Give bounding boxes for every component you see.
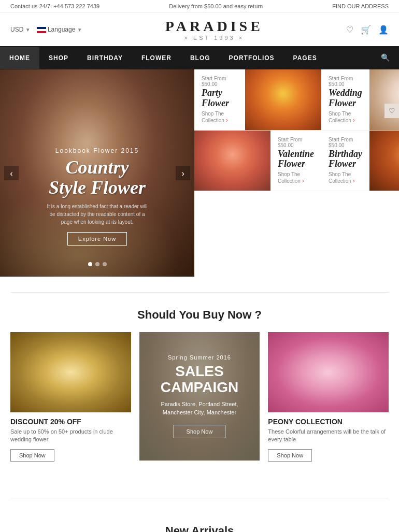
new-arrivals-title: New Arrivals [10, 524, 389, 532]
discount-shop-button[interactable]: Shop Now [10, 449, 54, 462]
hero-title: CountryStyle Flower [10, 157, 184, 198]
wishlist-side-button[interactable]: ♡ [384, 104, 399, 118]
new-arrivals-section: New Arrivals It uses a dictionary of ove… [0, 514, 399, 532]
birthday-name: BirthdayFlower [329, 149, 362, 170]
party-flower-image [245, 69, 321, 131]
campaign-overlay: Spring Summer 2016 SALESCAMPAIGN Paradis… [139, 332, 260, 461]
party-price: Start From $50.00 [202, 76, 238, 87]
valentine-flower-image [194, 131, 270, 192]
hero-card-wedding-text: Start From $50.00 WeddingFlower Shop The… [321, 69, 369, 131]
hero-subtitle: Lookbook Flower 2015 [10, 147, 184, 154]
wedding-name: WeddingFlower [329, 88, 362, 109]
peony-shop-button[interactable]: Shop Now [268, 449, 312, 462]
hero-description: It is a long established fact that a rea… [46, 203, 149, 226]
hero-section: ‹ Lookbook Flower 2015 CountryStyle Flow… [0, 69, 399, 277]
wedding-flower-image [369, 69, 399, 131]
discount-card-image [10, 332, 131, 412]
hero-cards: Start From $50.00 PartyFlower Shop The C… [194, 69, 399, 277]
hero-card-wedding: Start From $50.00 WeddingFlower Shop The… [321, 69, 399, 131]
section-divider-2 [10, 498, 389, 498]
peony-card-image [268, 332, 389, 412]
discount-desc: Sale up to 60% on 50+ products in clude … [10, 428, 131, 444]
wedding-price: Start From $50.00 [329, 76, 362, 87]
hero-dot-3[interactable] [103, 262, 107, 266]
hero-card-party-text: Start From $50.00 PartyFlower Shop The C… [194, 69, 245, 131]
account-icon[interactable]: 👤 [378, 25, 389, 35]
campaign-shop-button[interactable]: Shop Now [174, 425, 226, 438]
top-bar: Contact us 24/7: +44 573 222 7439 Delive… [0, 0, 399, 13]
nav-portfolios[interactable]: PORTFOLIOS [220, 47, 284, 69]
section-divider-1 [10, 292, 389, 293]
birthday-price: Start From $50.00 [329, 137, 362, 148]
hero-dot-1[interactable] [88, 262, 92, 266]
birthday-flower-image [369, 131, 399, 192]
peony-title: PEONY COLLECTION [268, 418, 389, 426]
discount-card: DISCOUNT 20% OFF Sale up to 60% on 50+ p… [10, 332, 131, 467]
brand-est: × EST 1993 × [82, 35, 346, 41]
campaign-subtitle: Spring Summer 2016 [168, 354, 231, 361]
currency-selector[interactable]: USD ▼ [10, 26, 31, 33]
campaign-card: Spring Summer 2016 SALESCAMPAIGN Paradis… [139, 332, 260, 461]
birthday-link[interactable]: Shop The Collection › [329, 171, 362, 184]
discount-title: DISCOUNT 20% OFF [10, 418, 131, 426]
nav-shop[interactable]: SHOP [39, 47, 78, 69]
nav-blog[interactable]: BLOG [181, 47, 220, 69]
uk-flag-icon [37, 27, 46, 33]
delivery-info: Delivery from $50.00 and easy return [169, 3, 263, 9]
hero-dots [88, 262, 107, 266]
discount-card-content: DISCOUNT 20% OFF Sale up to 60% on 50+ p… [10, 412, 131, 467]
valentine-price: Start From $50.00 [278, 137, 314, 148]
cart-icon[interactable]: 🛒 [361, 25, 371, 35]
hero-card-birthday: Start From $50.00 BirthdayFlower Shop Th… [321, 131, 399, 192]
hero-card-valentine-text: Start From $50.00 ValentineFlower Shop T… [270, 131, 321, 192]
campaign-title: SALESCAMPAIGN [161, 364, 238, 396]
header-actions: ♡ 🛒 👤 [346, 25, 389, 35]
valentine-name: ValentineFlower [278, 149, 314, 170]
peony-card-content: PEONY COLLECTION These Colorful arrangem… [268, 412, 389, 467]
wishlist-icon[interactable]: ♡ [346, 25, 353, 35]
brand-name: PARADISE [82, 18, 346, 35]
valentine-link[interactable]: Shop The Collection › [278, 171, 314, 184]
hero-card-birthday-text: Start From $50.00 BirthdayFlower Shop Th… [321, 131, 369, 192]
contact-info: Contact us 24/7: +44 573 222 7439 [10, 3, 99, 9]
nav-home[interactable]: HOME [0, 47, 39, 69]
nav-birthday[interactable]: BIRTHDAY [78, 47, 132, 69]
header: USD ▼ Language ▼ PARADISE × EST 1993 × ♡… [0, 13, 399, 46]
buy-grid: DISCOUNT 20% OFF Sale up to 60% on 50+ p… [10, 332, 389, 467]
party-name: PartyFlower [202, 88, 238, 109]
peony-card: PEONY COLLECTION These Colorful arrangem… [268, 332, 389, 467]
hero-card-valentine: Start From $50.00 ValentineFlower Shop T… [194, 131, 321, 192]
hero-explore-button[interactable]: Explore Now [67, 232, 127, 246]
language-selector[interactable]: Language ▼ [37, 26, 82, 33]
currency-dropdown-arrow: ▼ [25, 27, 31, 33]
language-dropdown-arrow: ▼ [77, 27, 82, 33]
find-address[interactable]: FIND OUR ADDRESS [332, 3, 389, 9]
main-nav: HOME SHOP BIRTHDAY FLOWER BLOG PORTFOLIO… [0, 46, 399, 69]
peony-desc: These Colorful arrangements will be the … [268, 428, 389, 444]
hero-card-party: Start From $50.00 PartyFlower Shop The C… [194, 69, 321, 131]
buy-title: Should You Buy Now ? [10, 308, 389, 322]
buy-section: Should You Buy Now ? DISCOUNT 20% OFF Sa… [0, 308, 399, 482]
site-logo[interactable]: PARADISE × EST 1993 × [82, 18, 346, 41]
hero-content: Lookbook Flower 2015 CountryStyle Flower… [0, 147, 194, 246]
nav-flower[interactable]: FLOWER [132, 47, 181, 69]
header-left: USD ▼ Language ▼ [10, 26, 82, 33]
search-icon[interactable]: 🔍 [372, 46, 399, 69]
party-link[interactable]: Shop The Collection › [202, 111, 238, 124]
wedding-link[interactable]: Shop The Collection › [329, 111, 362, 124]
nav-pages[interactable]: PAGES [284, 47, 326, 69]
hero-next-button[interactable]: › [176, 166, 190, 180]
hero-main: ‹ Lookbook Flower 2015 CountryStyle Flow… [0, 69, 194, 277]
hero-dot-2[interactable] [95, 262, 99, 266]
campaign-desc: Paradis Store, Portland Street,Mancheste… [161, 400, 238, 416]
